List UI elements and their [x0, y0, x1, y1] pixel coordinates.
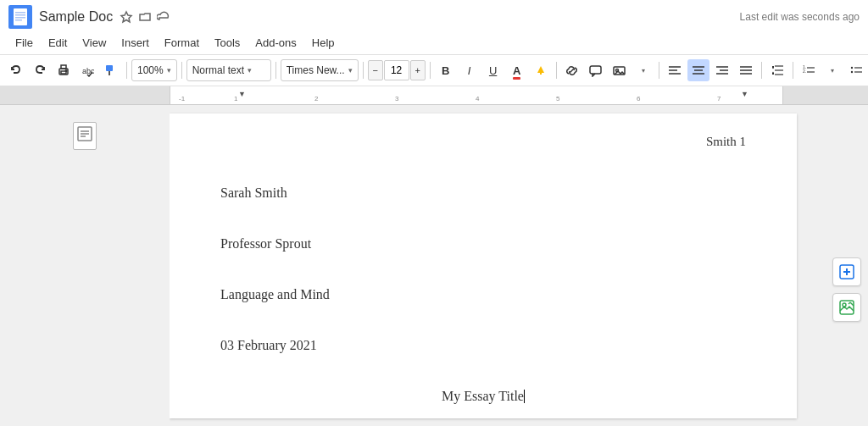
bullet-list-button[interactable] [845, 59, 867, 81]
title-bar: Sample Doc Last edit was seconds ago [0, 0, 868, 30]
document-page: Smith 1 Sarah Smith Professor Sprout Lan… [170, 113, 797, 418]
doc-title[interactable]: Sample Doc [39, 9, 113, 25]
svg-point-37 [850, 67, 852, 69]
zoom-dropdown[interactable]: 100% ▾ [131, 59, 177, 81]
svg-line-14 [570, 69, 574, 72]
image-button[interactable] [609, 59, 631, 81]
edit-image-button[interactable] [832, 293, 861, 322]
empty-line-4 [220, 359, 746, 385]
title-icons [120, 10, 170, 24]
add-element-button[interactable] [832, 257, 861, 286]
last-edit-text: Last edit was seconds ago [740, 11, 860, 23]
svg-marker-6 [121, 12, 131, 22]
separator-1 [126, 62, 127, 79]
comment-button[interactable] [585, 59, 607, 81]
cloud-icon[interactable] [157, 10, 170, 24]
text-color-button[interactable]: A [506, 59, 528, 81]
font-size-control: − + [368, 60, 426, 80]
menu-edit[interactable]: Edit [42, 35, 74, 51]
course-line: Language and Mind [220, 283, 746, 308]
ruler: ▼ ▼ -1 1 2 3 4 5 6 7 [0, 86, 868, 105]
decrease-font-button[interactable]: − [368, 60, 383, 80]
text-style-value: Normal text [192, 64, 244, 76]
redo-button[interactable] [29, 59, 51, 81]
separator-6 [556, 62, 557, 79]
spellcheck-button[interactable]: abc [76, 59, 98, 81]
bold-button[interactable]: B [435, 59, 457, 81]
ruler-right-margin [783, 86, 868, 104]
menu-addons[interactable]: Add-ons [248, 35, 303, 51]
svg-rect-5 [15, 19, 22, 21]
menu-file[interactable]: File [8, 35, 40, 51]
svg-text:abc: abc [82, 67, 94, 75]
font-size-input[interactable] [384, 60, 409, 80]
svg-text:2.: 2. [803, 69, 806, 74]
numbered-list-button[interactable]: 1.2. [798, 59, 820, 81]
zoom-value: 100% [137, 64, 164, 76]
separator-3 [275, 62, 276, 79]
align-center-button[interactable] [687, 59, 709, 81]
italic-button[interactable]: I [459, 59, 481, 81]
align-right-button[interactable] [711, 59, 733, 81]
menu-view[interactable]: View [75, 35, 113, 51]
docs-icon [8, 5, 32, 29]
menu-format[interactable]: Format [158, 35, 206, 51]
paint-format-button[interactable] [100, 59, 122, 81]
folder-icon[interactable] [138, 10, 152, 24]
right-panel [826, 105, 868, 426]
empty-line-3 [220, 308, 746, 334]
separator-2 [181, 62, 182, 79]
separator-9 [793, 62, 793, 79]
menu-help[interactable]: Help [305, 35, 342, 51]
empty-line-2 [220, 257, 746, 283]
ruler-content: ▼ ▼ -1 1 2 3 4 5 6 7 [170, 86, 783, 104]
increase-font-button[interactable]: + [410, 60, 426, 80]
separator-4 [363, 62, 364, 79]
zoom-arrow: ▾ [167, 66, 171, 75]
date-line: 03 February 2021 [220, 334, 746, 359]
svg-rect-13 [108, 71, 110, 75]
line-spacing-button[interactable] [766, 59, 788, 81]
link-button[interactable] [561, 59, 583, 81]
undo-button[interactable] [5, 59, 27, 81]
svg-rect-57 [840, 301, 854, 314]
empty-line-1 [220, 207, 746, 232]
underline-button[interactable]: U [482, 59, 504, 81]
text-cursor [524, 390, 525, 403]
highlight-button[interactable] [530, 59, 552, 81]
menu-insert[interactable]: Insert [114, 35, 156, 51]
author-name-line: Sarah Smith [220, 181, 746, 207]
toolbar: abc 100% ▾ Normal text ▾ Times New... ▾ … [0, 54, 868, 86]
separator-5 [430, 62, 431, 79]
text-style-dropdown[interactable]: Normal text ▾ [186, 59, 271, 81]
align-left-button[interactable] [664, 59, 686, 81]
svg-line-60 [849, 302, 850, 304]
image-dropdown[interactable]: ▾ [632, 59, 654, 81]
professor-line: Professor Sprout [220, 232, 746, 257]
font-dropdown[interactable]: Times New... ▾ [281, 59, 359, 81]
essay-title-text: My Essay Title [442, 389, 524, 403]
page-header-number: Smith 1 [706, 130, 746, 153]
svg-point-10 [65, 70, 67, 72]
svg-rect-15 [590, 66, 601, 74]
numbered-list-dropdown[interactable]: ▾ [821, 59, 843, 81]
print-button[interactable] [53, 59, 75, 81]
ruler-left-margin [0, 86, 170, 104]
font-arrow: ▾ [348, 66, 353, 75]
menu-bar: File Edit View Insert Format Tools Add-o… [0, 30, 868, 54]
svg-rect-3 [15, 14, 25, 16]
menu-tools[interactable]: Tools [208, 35, 247, 51]
document-outline-icon[interactable] [73, 122, 97, 150]
text-style-arrow: ▾ [248, 66, 252, 75]
doc-container: Smith 1 Sarah Smith Professor Sprout Lan… [170, 105, 826, 426]
separator-7 [659, 62, 659, 79]
left-panel [0, 105, 170, 426]
svg-rect-8 [61, 65, 66, 69]
star-icon[interactable] [120, 10, 133, 24]
essay-title-line: My Essay Title [220, 385, 746, 410]
justify-button[interactable] [735, 59, 757, 81]
svg-rect-12 [106, 65, 113, 71]
svg-point-38 [850, 71, 852, 73]
main-area: Smith 1 Sarah Smith Professor Sprout Lan… [0, 105, 868, 426]
svg-rect-4 [15, 17, 25, 19]
